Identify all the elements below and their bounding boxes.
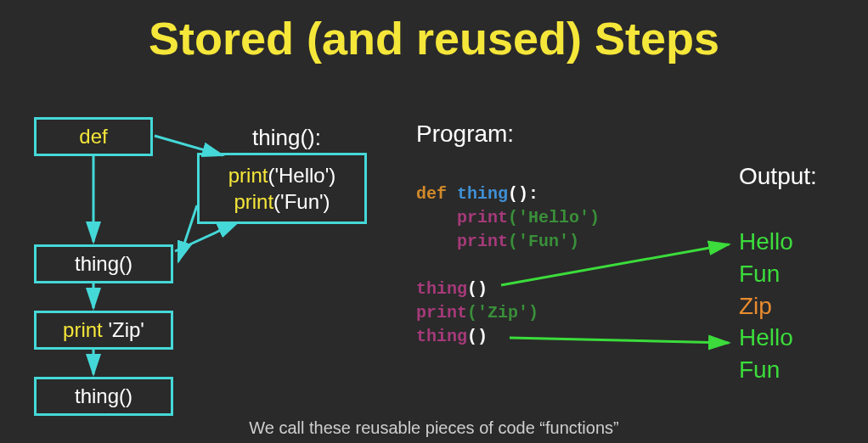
- code-print-zip-kw: print: [416, 303, 467, 322]
- code-call1-paren: (): [467, 279, 488, 299]
- print-keyword: print: [63, 318, 103, 341]
- flow-box-print-zip: print 'Zip': [34, 311, 173, 350]
- code-call2: thing: [416, 327, 467, 346]
- output-line-hello: Hello: [739, 226, 793, 258]
- call-label: thing(): [75, 252, 132, 275]
- code-zip-arg: ('Zip'): [467, 303, 538, 322]
- print-keyword: print: [234, 190, 273, 213]
- output-label: Output:: [739, 163, 817, 190]
- code-print-kw: print: [457, 232, 508, 251]
- print-arg: ('Fun'): [273, 190, 330, 213]
- zip-literal: 'Zip': [103, 318, 144, 341]
- output-list: Hello Fun Zip Hello Fun: [739, 226, 793, 386]
- flow-box-def: def: [34, 117, 153, 156]
- code-hello-arg: ('Hello'): [508, 208, 600, 227]
- output-line-hello-2: Hello: [739, 322, 793, 354]
- code-indent: [416, 232, 457, 251]
- flow-box-call1: thing(): [34, 244, 173, 283]
- body-line-1: print('Hello'): [200, 162, 364, 188]
- body-line-2: print('Fun'): [200, 188, 364, 215]
- flow-thing-header: thing():: [252, 125, 321, 151]
- code-indent: [416, 208, 457, 227]
- code-call1: thing: [416, 279, 467, 299]
- program-label: Program:: [416, 121, 514, 148]
- output-line-fun-2: Fun: [739, 354, 793, 386]
- output-line-fun: Fun: [739, 258, 793, 290]
- print-keyword: print: [228, 164, 268, 187]
- output-line-zip: Zip: [739, 290, 793, 322]
- flow-box-call2: thing(): [34, 377, 173, 416]
- code-fun-arg: ('Fun'): [508, 232, 579, 251]
- code-def-paren: ():: [508, 184, 538, 204]
- slide-caption: We call these reusable pieces of code “f…: [0, 418, 868, 438]
- call-label: thing(): [75, 384, 132, 407]
- code-print-kw: print: [457, 208, 508, 227]
- svg-line-2: [175, 222, 238, 251]
- def-keyword: def: [79, 125, 107, 148]
- print-arg: ('Hello'): [268, 164, 335, 187]
- slide-title: Stored (and reused) Steps: [0, 12, 868, 64]
- code-def-kw: def: [416, 184, 447, 204]
- svg-line-3: [178, 205, 197, 261]
- program-code: def thing(): print('Hello') print('Fun')…: [416, 182, 600, 349]
- code-call2-paren: (): [467, 327, 488, 346]
- code-def-name: thing: [447, 184, 508, 204]
- flow-box-body: print('Hello') print('Fun'): [197, 153, 367, 224]
